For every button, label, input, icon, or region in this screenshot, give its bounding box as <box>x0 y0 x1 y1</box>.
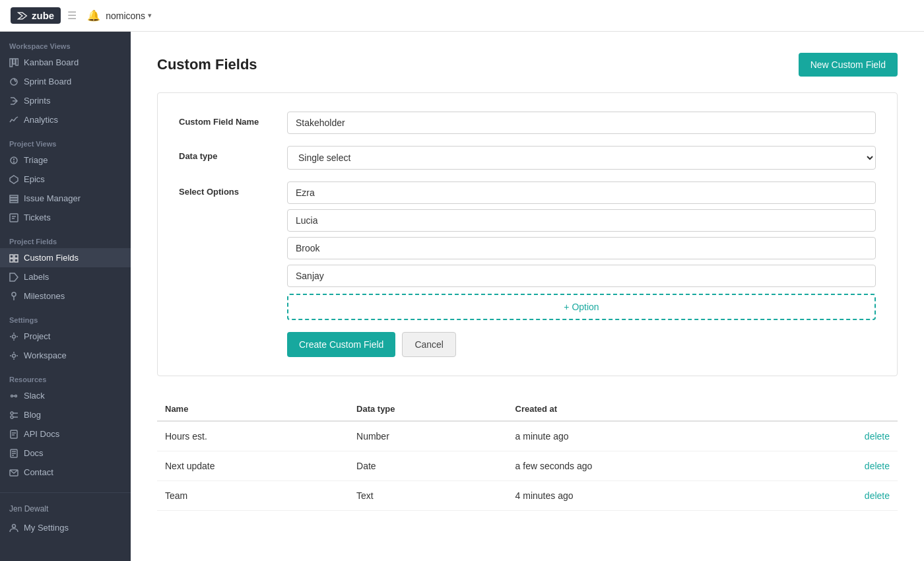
cell-actions-2: delete <box>778 481 898 511</box>
add-option-button[interactable]: + Option <box>287 294 876 320</box>
cell-created-at-2: 4 minutes ago <box>508 481 778 511</box>
cell-created-at-0: a minute ago <box>508 421 778 451</box>
field-name-input[interactable] <box>287 112 876 134</box>
create-custom-field-button[interactable]: Create Custom Field <box>287 332 395 357</box>
project-selector[interactable]: nomicons ▾ <box>106 11 152 21</box>
svg-marker-0 <box>18 13 27 19</box>
sprints-icon <box>9 96 18 106</box>
cell-actions-0: delete <box>778 421 898 451</box>
data-type-select[interactable]: Single select Number Date Text <box>287 146 876 170</box>
sidebar-item-tickets-label: Tickets <box>24 213 51 222</box>
settings-section-label: Settings <box>0 306 131 327</box>
topbar: zube ☰ 🔔 nomicons ▾ <box>0 0 924 32</box>
svg-rect-14 <box>10 214 18 222</box>
sidebar-item-sprints[interactable]: Sprints <box>0 91 131 110</box>
docs-icon <box>9 449 18 458</box>
svg-rect-12 <box>10 198 18 200</box>
option-input-3[interactable] <box>287 265 876 287</box>
svg-rect-18 <box>15 255 18 258</box>
blog-icon <box>9 411 18 420</box>
sidebar-item-my-settings[interactable]: My Settings <box>0 518 131 537</box>
cell-data-type-0: Number <box>348 421 508 451</box>
sidebar-item-project-settings-label: Project <box>24 331 50 341</box>
project-settings-icon <box>9 332 18 341</box>
sidebar-item-project-settings[interactable]: Project <box>0 327 131 346</box>
svg-point-21 <box>12 292 16 296</box>
svg-point-28 <box>11 412 13 414</box>
sidebar-item-docs[interactable]: Docs <box>0 444 131 463</box>
sidebar-item-workspace-settings[interactable]: Workspace <box>0 346 131 365</box>
sidebar-item-blog[interactable]: Blog <box>0 405 131 424</box>
cancel-button[interactable]: Cancel <box>402 332 456 357</box>
select-options-list: + Option <box>287 182 876 320</box>
cell-data-type-2: Text <box>348 481 508 511</box>
resources-section-label: Resources <box>0 365 131 386</box>
custom-field-form: Custom Field Name Data type Single selec… <box>157 92 898 376</box>
svg-point-9 <box>14 162 15 162</box>
labels-icon <box>9 273 18 282</box>
delete-button-0[interactable]: delete <box>865 431 890 442</box>
sidebar-item-sprint-board[interactable]: Sprint Board <box>0 72 131 91</box>
project-views-section-label: Project Views <box>0 129 131 150</box>
table-row: Next update Date a few seconds ago delet… <box>157 451 898 481</box>
page-title: Custom Fields <box>157 56 257 73</box>
sidebar: Workspace Views Kanban Board Sprint Boar… <box>0 32 131 561</box>
svg-rect-20 <box>15 259 18 262</box>
zube-logo-icon <box>17 11 28 21</box>
sidebar-item-milestones-label: Milestones <box>24 291 65 301</box>
svg-rect-17 <box>10 255 13 258</box>
sidebar-item-triage[interactable]: Triage <box>0 150 131 170</box>
form-actions: Create Custom Field Cancel <box>179 332 876 357</box>
logo-text: zube <box>32 10 54 21</box>
table-row: Team Text 4 minutes ago delete <box>157 481 898 511</box>
sidebar-item-sprint-board-label: Sprint Board <box>24 77 71 86</box>
sidebar-item-kanban-board[interactable]: Kanban Board <box>0 53 131 72</box>
sidebar-item-slack[interactable]: Slack <box>0 386 131 405</box>
sidebar-item-tickets[interactable]: Tickets <box>0 208 131 227</box>
sidebar-item-milestones[interactable]: Milestones <box>0 286 131 306</box>
table-row: Hours est. Number a minute ago delete <box>157 421 898 451</box>
sidebar-item-issue-manager[interactable]: Issue Manager <box>0 189 131 208</box>
svg-point-25 <box>11 395 13 397</box>
sprint-board-icon <box>9 77 18 86</box>
sidebar-item-labels-label: Labels <box>24 272 49 282</box>
sidebar-item-analytics[interactable]: Analytics <box>0 110 131 129</box>
sidebar-item-epics[interactable]: Epics <box>0 170 131 189</box>
svg-point-30 <box>11 416 13 418</box>
bell-icon[interactable]: 🔔 <box>87 9 100 22</box>
new-custom-field-button[interactable]: New Custom Field <box>799 53 898 77</box>
sidebar-item-docs-label: Docs <box>24 448 44 458</box>
svg-rect-1 <box>10 59 13 67</box>
tickets-icon <box>9 213 18 222</box>
sidebar-item-labels[interactable]: Labels <box>0 267 131 286</box>
sidebar-item-custom-fields[interactable]: Custom Fields <box>0 248 131 267</box>
sidebar-item-contact[interactable]: Contact <box>0 463 131 482</box>
analytics-icon <box>9 116 18 125</box>
project-fields-section-label: Project Fields <box>0 227 131 248</box>
col-header-data-type: Data type <box>348 397 508 421</box>
sidebar-item-slack-label: Slack <box>24 391 45 401</box>
sidebar-item-workspace-settings-label: Workspace <box>24 350 67 360</box>
option-input-1[interactable] <box>287 209 876 232</box>
user-name-display: Jen Dewalt <box>0 500 131 518</box>
field-name-label: Custom Field Name <box>179 112 271 127</box>
option-input-0[interactable] <box>287 182 876 204</box>
sidebar-item-api-docs[interactable]: API Docs <box>0 424 131 444</box>
workspace-views-section-label: Workspace Views <box>0 32 131 53</box>
sidebar-item-blog-label: Blog <box>24 410 41 420</box>
sidebar-item-triage-label: Triage <box>24 155 48 165</box>
delete-button-2[interactable]: delete <box>865 490 890 501</box>
custom-fields-table: Name Data type Created at Hours est. Num… <box>157 397 898 511</box>
page-header: Custom Fields New Custom Field <box>157 53 898 77</box>
option-input-2[interactable] <box>287 237 876 259</box>
workspace-settings-icon <box>9 351 18 360</box>
hamburger-icon[interactable]: ☰ <box>67 9 77 22</box>
contact-icon <box>9 468 18 477</box>
delete-button-1[interactable]: delete <box>865 461 890 471</box>
table-header: Name Data type Created at <box>157 397 898 421</box>
svg-rect-19 <box>10 259 13 262</box>
select-options-label: Select Options <box>179 182 271 197</box>
svg-rect-32 <box>11 430 17 438</box>
logo[interactable]: zube <box>11 7 61 24</box>
svg-point-23 <box>13 335 16 338</box>
